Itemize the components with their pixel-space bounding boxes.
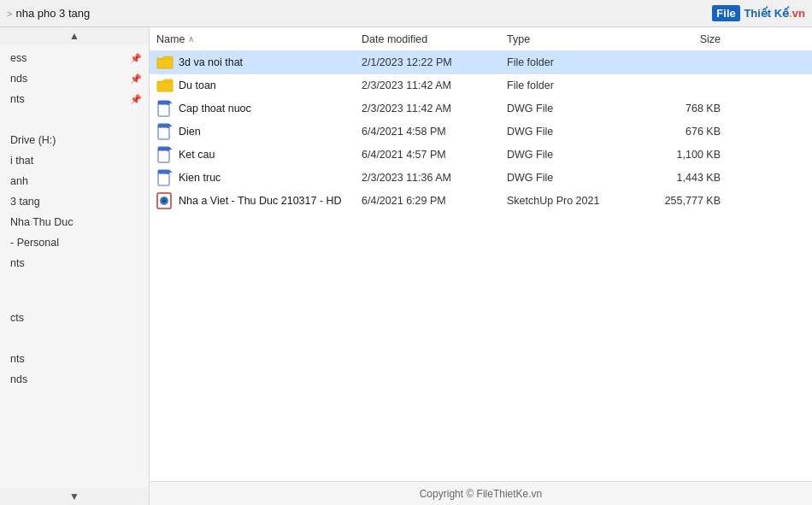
sidebar-item-ithat[interactable]: i that bbox=[0, 150, 149, 171]
file-type: DWG File bbox=[507, 103, 635, 115]
logo-site-text: Thiết Kế.vn bbox=[741, 7, 805, 20]
file-name: 3d va noi that bbox=[179, 56, 362, 68]
title-bar-path: nha pho 3 tang bbox=[15, 7, 90, 20]
path-chevron: > bbox=[7, 9, 12, 19]
table-row[interactable]: DWG Ket cau6/4/2021 4:57 PMDWG File1,100… bbox=[150, 144, 812, 167]
sidebar-scroll-area: ess 📌 nds 📌 nts 📌 Drive (H:) i that anh bbox=[0, 44, 149, 488]
file-list: 3d va noi that2/1/2023 12:22 PMFile fold… bbox=[150, 51, 812, 481]
col-header-name[interactable]: Name ∧ bbox=[156, 33, 362, 45]
sidebar-item-nts3[interactable]: nts bbox=[0, 349, 149, 369]
logo-box: File bbox=[712, 5, 739, 21]
file-name: Nha a Viet - Thu Duc 210317 - HD bbox=[179, 195, 362, 207]
file-name: Kien truc bbox=[179, 172, 362, 184]
sidebar-item-spacer2 bbox=[0, 273, 149, 308]
file-name: Ket cau bbox=[179, 149, 362, 161]
svg-rect-0 bbox=[157, 59, 173, 68]
footer: Copyright © FileThietKe.vn bbox=[150, 481, 812, 505]
logo-file-text: File bbox=[716, 7, 735, 20]
sort-arrow-icon: ∧ bbox=[188, 34, 194, 44]
sidebar-item-spacer3 bbox=[0, 328, 149, 349]
copyright-text: Copyright © FileThietKe.vn bbox=[420, 488, 543, 500]
sidebar-item-anh[interactable]: anh bbox=[0, 171, 149, 191]
file-name: Du toan bbox=[179, 79, 362, 91]
table-row[interactable]: DWG Dien6/4/2021 4:58 PMDWG File676 KB bbox=[150, 120, 812, 144]
col-header-date[interactable]: Date modified bbox=[362, 33, 507, 45]
file-icon-1 bbox=[156, 77, 174, 94]
file-date: 2/3/2023 11:42 AM bbox=[362, 79, 507, 91]
file-type: File folder bbox=[507, 79, 635, 91]
file-size: 676 KB bbox=[635, 126, 721, 138]
file-type: DWG File bbox=[507, 172, 635, 184]
file-date: 6/4/2021 4:58 PM bbox=[362, 126, 507, 138]
file-date: 6/4/2021 6:29 PM bbox=[362, 195, 507, 207]
file-date: 6/4/2021 4:57 PM bbox=[362, 149, 507, 161]
svg-text:DWG: DWG bbox=[159, 150, 168, 154]
file-name: Cap thoat nuoc bbox=[179, 103, 362, 115]
svg-text:DWG: DWG bbox=[159, 103, 168, 108]
file-icon-5: DWG bbox=[156, 169, 174, 186]
pin-icon-1: 📌 bbox=[130, 73, 142, 85]
file-date: 2/3/2023 11:42 AM bbox=[362, 103, 507, 115]
file-date: 2/1/2023 12:22 PM bbox=[362, 56, 507, 68]
column-headers: Name ∧ Date modified Type Size bbox=[150, 27, 812, 51]
sidebar-item-drive[interactable]: Drive (H:) bbox=[0, 130, 149, 150]
pin-icon-0: 📌 bbox=[130, 53, 142, 64]
main-layout: ▲ ess 📌 nds 📌 nts 📌 Drive (H:) i that bbox=[0, 27, 812, 505]
sidebar-scroll-down[interactable]: ▼ bbox=[0, 488, 149, 505]
file-type: DWG File bbox=[507, 126, 635, 138]
sidebar-item-spacer1 bbox=[0, 109, 149, 130]
file-icon-4: DWG bbox=[156, 146, 174, 163]
file-icon-0 bbox=[156, 54, 174, 71]
table-row[interactable]: Nha a Viet - Thu Duc 210317 - HD6/4/2021… bbox=[150, 190, 812, 213]
sidebar-item-personal[interactable]: - Personal bbox=[0, 232, 149, 253]
sidebar: ▲ ess 📌 nds 📌 nts 📌 Drive (H:) i that bbox=[0, 27, 150, 505]
sidebar-item-3tang[interactable]: 3 tang bbox=[0, 191, 149, 212]
title-bar: > nha pho 3 tang File Thiết Kế.vn bbox=[0, 0, 812, 27]
file-name: Dien bbox=[179, 126, 362, 138]
col-header-type[interactable]: Type bbox=[507, 33, 635, 45]
sidebar-item-nds[interactable]: nds 📌 bbox=[0, 68, 149, 89]
sidebar-item-nhathu[interactable]: Nha Thu Duc bbox=[0, 212, 149, 232]
file-size: 1,100 KB bbox=[635, 149, 721, 161]
table-row[interactable]: 3d va noi that2/1/2023 12:22 PMFile fold… bbox=[150, 51, 812, 74]
content-area: Name ∧ Date modified Type Size 3d va noi… bbox=[150, 27, 812, 505]
file-type: File folder bbox=[507, 56, 635, 68]
file-size: 768 KB bbox=[635, 103, 721, 115]
file-size: 255,777 KB bbox=[635, 195, 721, 207]
svg-rect-1 bbox=[157, 82, 173, 91]
sidebar-item-ess[interactable]: ess 📌 bbox=[0, 48, 149, 68]
sidebar-item-cts[interactable]: cts bbox=[0, 308, 149, 328]
file-type: DWG File bbox=[507, 149, 635, 161]
file-icon-3: DWG bbox=[156, 123, 174, 140]
sidebar-scroll-up[interactable]: ▲ bbox=[0, 27, 149, 44]
sidebar-item-nts2[interactable]: nts bbox=[0, 253, 149, 273]
table-row[interactable]: DWG Cap thoat nuoc2/3/2023 11:42 AMDWG F… bbox=[150, 97, 812, 120]
file-icon-2: DWG bbox=[156, 100, 174, 117]
svg-point-25 bbox=[163, 200, 166, 203]
file-date: 2/3/2023 11:36 AM bbox=[362, 172, 507, 184]
file-size: 1,443 KB bbox=[635, 172, 721, 184]
sidebar-item-nds2[interactable]: nds bbox=[0, 369, 149, 390]
table-row[interactable]: Du toan2/3/2023 11:42 AMFile folder bbox=[150, 74, 812, 97]
svg-text:DWG: DWG bbox=[159, 126, 168, 131]
svg-text:DWG: DWG bbox=[159, 173, 168, 177]
table-row[interactable]: DWG Kien truc2/3/2023 11:36 AMDWG File1,… bbox=[150, 167, 812, 190]
site-logo: File Thiết Kế.vn bbox=[712, 5, 805, 21]
pin-icon-2: 📌 bbox=[130, 94, 142, 105]
file-icon-6 bbox=[156, 192, 174, 209]
col-header-size[interactable]: Size bbox=[635, 33, 721, 45]
sidebar-item-nts[interactable]: nts 📌 bbox=[0, 89, 149, 109]
file-type: SketchUp Pro 2021 bbox=[507, 195, 635, 207]
